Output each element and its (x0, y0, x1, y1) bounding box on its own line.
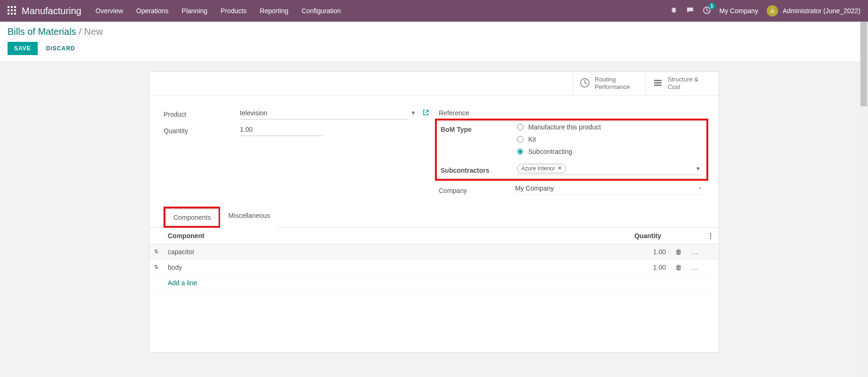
nav-configuration[interactable]: Configuration (302, 7, 341, 15)
form-right-col: Reference BoM Type Manufacture this prod… (439, 107, 704, 198)
subcontractor-tag-label: Azure Interior (521, 165, 555, 172)
quantity-input[interactable] (240, 123, 322, 136)
external-link-icon[interactable] (423, 109, 429, 117)
table-options-icon[interactable]: ⋮ (703, 228, 719, 244)
nav-products[interactable]: Products (221, 7, 246, 15)
col-quantity[interactable]: Quantity (432, 228, 671, 244)
avatar: A (767, 5, 778, 16)
top-nav: Manufacturing Overview Operations Planni… (0, 0, 868, 22)
discard-button[interactable]: DISCARD (46, 45, 75, 52)
svg-rect-7 (11, 13, 13, 15)
nav-overview[interactable]: Overview (96, 7, 123, 15)
breadcrumb-current: New (84, 26, 103, 37)
tag-remove-icon[interactable]: ✕ (557, 165, 562, 171)
user-name: Administrator (June_2022) (783, 7, 860, 15)
nav-menu: Overview Operations Planning Products Re… (96, 7, 341, 15)
product-label: Product (164, 108, 240, 118)
nav-right: 1 My Company A Administrator (June_2022) (670, 5, 860, 16)
nav-reporting[interactable]: Reporting (260, 7, 288, 15)
svg-rect-1 (11, 6, 13, 8)
svg-rect-6 (8, 13, 9, 15)
subcontractors-label: Subcontractors (441, 164, 517, 174)
bomtype-option-kit[interactable]: Kit (528, 136, 536, 143)
bug-icon[interactable] (670, 7, 678, 16)
row-component[interactable]: body (163, 259, 432, 275)
quantity-label: Quantity (164, 125, 240, 135)
drag-handle-icon[interactable]: ⇅ (149, 244, 163, 259)
clock-icon (580, 78, 590, 89)
company-selector[interactable]: My Company (720, 7, 758, 15)
scrollbar[interactable] (860, 22, 868, 353)
bomtype-radio-kit[interactable] (517, 136, 524, 143)
user-menu[interactable]: A Administrator (June_2022) (767, 5, 860, 16)
chat-icon[interactable] (686, 6, 694, 16)
structure-cost-button[interactable]: Structure & Cost (646, 72, 719, 95)
svg-rect-5 (14, 9, 16, 11)
product-dropdown-icon[interactable]: ▼ (408, 110, 419, 116)
company-field[interactable]: My Company ▼ (515, 184, 704, 194)
breadcrumb-sep: / (79, 26, 82, 37)
svg-rect-2 (14, 6, 16, 8)
subcontractor-tag: Azure Interior ✕ (517, 164, 566, 173)
highlight-bomtype-section: BoM Type Manufacture this product Kit (435, 119, 708, 181)
add-line-link[interactable]: Add a line (168, 279, 197, 287)
action-bar: Bills of Materials / New SAVE DISCARD (0, 22, 868, 62)
row-component[interactable]: capacitor (163, 244, 432, 259)
nav-operations[interactable]: Operations (136, 7, 168, 15)
row-quantity[interactable]: 1.00 (432, 259, 671, 275)
structure-cost-label: Structure & Cost (668, 76, 698, 91)
col-component[interactable]: Component (163, 228, 432, 244)
routing-performance-label: Routing Performance (595, 76, 630, 91)
scrollbar-thumb[interactable] (860, 22, 867, 106)
save-button[interactable]: SAVE (8, 42, 38, 55)
form-left-col: Product ▼ Quantity (164, 107, 429, 198)
row-more-icon[interactable]: … (687, 244, 703, 259)
svg-rect-3 (8, 9, 9, 11)
list-icon (653, 78, 663, 89)
tab-miscellaneous[interactable]: Miscellaneous (220, 207, 278, 228)
tab-components[interactable]: Components (165, 209, 219, 226)
subcontractors-dropdown-icon[interactable]: ▼ (696, 166, 703, 171)
activity-icon[interactable]: 1 (703, 6, 711, 16)
notebook-tabs: Components Miscellaneous (149, 207, 719, 228)
bomtype-radio-manufacture[interactable] (517, 124, 524, 130)
bomtype-label: BoM Type (441, 123, 517, 133)
table-row[interactable]: ⇅ capacitor 1.00 🗑 … (149, 244, 719, 259)
routing-performance-button[interactable]: Routing Performance (573, 72, 646, 95)
subcontractors-field[interactable]: Azure Interior ✕ ▼ (517, 164, 703, 175)
breadcrumb-root[interactable]: Bills of Materials (8, 26, 76, 37)
nav-planning[interactable]: Planning (182, 7, 208, 15)
svg-rect-4 (11, 9, 13, 11)
company-label: Company (439, 184, 515, 194)
delete-row-icon[interactable]: 🗑 (671, 259, 687, 275)
bomtype-option-subcontracting[interactable]: Subcontracting (528, 148, 572, 155)
activity-badge: 1 (709, 3, 715, 9)
drag-handle-icon[interactable]: ⇅ (149, 259, 163, 275)
delete-row-icon[interactable]: 🗑 (671, 244, 687, 259)
svg-rect-8 (14, 13, 16, 15)
table-row[interactable]: ⇅ body 1.00 🗑 … (149, 259, 719, 275)
company-dropdown-icon[interactable]: ▼ (697, 185, 704, 191)
apps-icon[interactable] (8, 6, 16, 16)
company-value: My Company (515, 184, 554, 192)
row-quantity[interactable]: 1.00 (432, 244, 671, 259)
svg-rect-0 (8, 6, 9, 8)
bomtype-option-manufacture[interactable]: Manufacture this product (528, 123, 601, 131)
bomtype-radio-subcontracting[interactable] (517, 148, 524, 155)
product-input[interactable] (240, 107, 408, 120)
brand-title[interactable]: Manufacturing (22, 6, 82, 16)
highlight-components-tab: Components (164, 207, 220, 228)
reference-label: Reference (439, 107, 515, 117)
components-table: Component Quantity ⋮ ⇅ capacitor 1.00 🗑 … (149, 228, 719, 291)
breadcrumb: Bills of Materials / New (8, 26, 860, 37)
stat-button-box: Routing Performance Structure & Cost (149, 72, 719, 96)
form-card: Routing Performance Structure & Cost Pro… (149, 72, 719, 353)
row-more-icon[interactable]: … (687, 259, 703, 275)
